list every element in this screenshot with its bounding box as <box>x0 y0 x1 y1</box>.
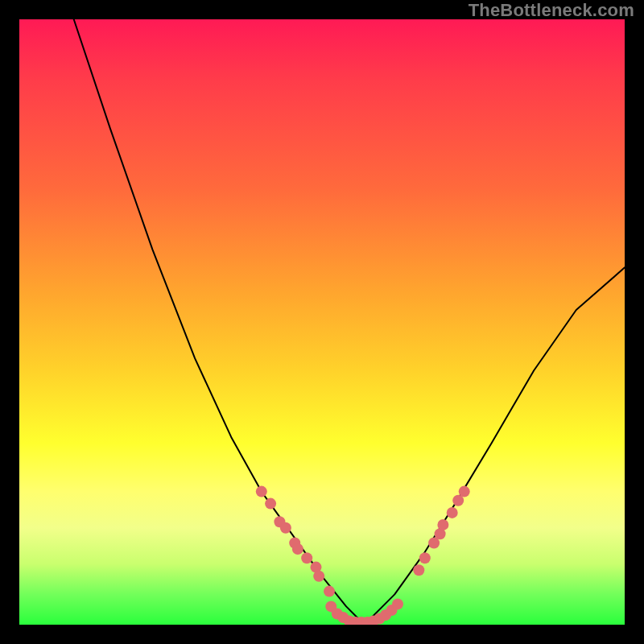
chart-frame <box>0 0 644 644</box>
chart-stage: TheBottleneck.com <box>0 0 644 644</box>
watermark-text: TheBottleneck.com <box>469 0 634 21</box>
